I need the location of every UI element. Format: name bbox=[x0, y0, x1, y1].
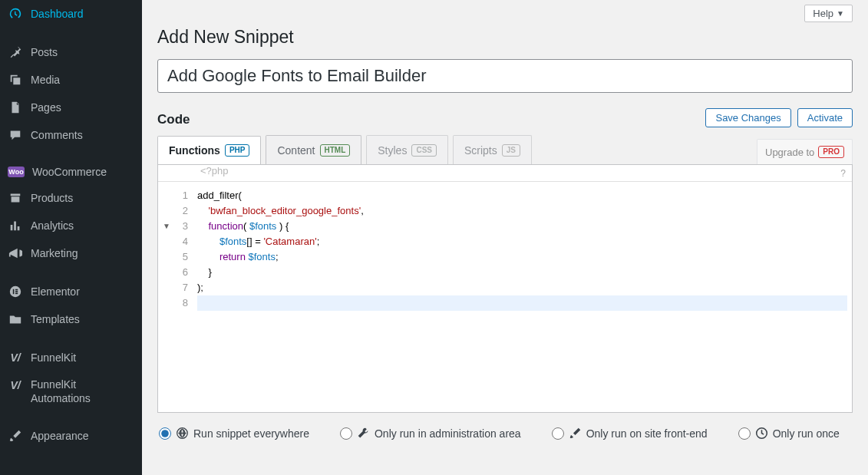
tab-label: Scripts bbox=[464, 144, 497, 157]
sidebar-item-label: Templates bbox=[31, 313, 80, 325]
chevron-down-icon: ▼ bbox=[837, 9, 844, 18]
sidebar-item-label: Dashboard bbox=[31, 8, 84, 20]
sidebar-item-dashboard[interactable]: Dashboard bbox=[0, 0, 142, 28]
option-label: Only run on site front-end bbox=[586, 427, 708, 440]
sidebar-item-label: Media bbox=[31, 74, 60, 86]
pro-tag: PRO bbox=[818, 146, 844, 158]
tab-scripts[interactable]: Scripts JS bbox=[453, 135, 532, 164]
funnelkit-automations-icon: V/ bbox=[8, 378, 23, 393]
archive-icon bbox=[8, 190, 23, 206]
radio-everywhere[interactable] bbox=[159, 427, 171, 440]
megaphone-icon bbox=[8, 246, 23, 261]
sidebar-item-label: Comments bbox=[31, 129, 83, 141]
sidebar-item-products[interactable]: Products bbox=[0, 184, 142, 212]
sidebar-item-media[interactable]: Media bbox=[0, 66, 142, 94]
main-content: Help ▼ Add New Snippet Code Save Changes… bbox=[142, 0, 868, 475]
sidebar-item-label: Pages bbox=[31, 101, 61, 114]
tab-functions[interactable]: Functions PHP bbox=[157, 136, 261, 165]
svg-rect-2 bbox=[15, 289, 18, 291]
line-number-gutter: ▼ 12345678 bbox=[158, 182, 193, 412]
sidebar-item-label: Analytics bbox=[31, 219, 74, 232]
globe-icon bbox=[176, 427, 189, 440]
gauge-icon bbox=[8, 6, 23, 21]
code-text-area[interactable]: add_filter( 'bwfan_block_editor_google_f… bbox=[193, 182, 852, 412]
run-option-admin[interactable]: Only run in administration area bbox=[340, 427, 521, 440]
sidebar-item-funnelkit-automations[interactable]: V/ FunnelKit Automations bbox=[0, 371, 142, 411]
media-icon bbox=[8, 72, 23, 87]
sidebar-item-label: Appearance bbox=[31, 430, 89, 442]
brush-icon bbox=[8, 428, 23, 444]
clock-icon bbox=[755, 427, 768, 440]
php-open-tag: <?php bbox=[200, 165, 229, 181]
tab-styles[interactable]: Styles CSS bbox=[366, 135, 448, 164]
elementor-icon bbox=[8, 284, 23, 299]
snippet-title-input[interactable] bbox=[157, 59, 853, 93]
folder-icon bbox=[8, 312, 23, 327]
page-title: Add New Snippet bbox=[157, 22, 853, 59]
funnelkit-icon: V/ bbox=[8, 350, 23, 365]
chart-icon bbox=[8, 218, 23, 233]
code-section-label: Code bbox=[157, 112, 190, 127]
sidebar-item-funnelkit[interactable]: V/ FunnelKit bbox=[0, 344, 142, 371]
sidebar-item-label: Marketing bbox=[31, 247, 78, 259]
sidebar-item-marketing[interactable]: Marketing bbox=[0, 239, 142, 267]
comment-icon bbox=[8, 127, 23, 143]
fold-marker-icon[interactable]: ▼ bbox=[163, 219, 170, 234]
sidebar-item-label: FunnelKit bbox=[31, 351, 76, 364]
tab-label: Functions bbox=[169, 144, 220, 157]
php-tag: PHP bbox=[225, 144, 250, 157]
sidebar-item-label: Products bbox=[31, 192, 73, 204]
svg-rect-3 bbox=[15, 291, 18, 292]
run-option-frontend[interactable]: Only run on site front-end bbox=[552, 427, 708, 440]
upgrade-label: Upgrade to bbox=[765, 147, 814, 158]
sidebar-item-label: Elementor bbox=[31, 285, 80, 298]
radio-frontend[interactable] bbox=[552, 427, 564, 440]
editor-help-icon[interactable]: ? bbox=[840, 168, 846, 179]
help-button[interactable]: Help ▼ bbox=[804, 5, 853, 22]
tab-content[interactable]: Content HTML bbox=[266, 135, 361, 164]
option-label: Only run in administration area bbox=[375, 427, 521, 440]
code-editor[interactable]: <?php ? ▼ 12345678 add_filter( 'bwfan_bl… bbox=[157, 164, 853, 413]
sidebar-item-elementor[interactable]: Elementor bbox=[0, 278, 142, 305]
save-changes-button[interactable]: Save Changes bbox=[705, 108, 790, 127]
run-option-once[interactable]: Only run once bbox=[738, 427, 840, 440]
js-tag: JS bbox=[502, 144, 520, 157]
run-scope-options: Run snippet everywhere Only run in admin… bbox=[157, 413, 853, 440]
run-option-everywhere[interactable]: Run snippet everywhere bbox=[159, 427, 309, 440]
woo-icon: Woo bbox=[8, 167, 25, 177]
sidebar-item-analytics[interactable]: Analytics bbox=[0, 212, 142, 239]
radio-admin[interactable] bbox=[340, 427, 352, 440]
option-label: Run snippet everywhere bbox=[193, 427, 309, 440]
pin-icon bbox=[8, 45, 23, 60]
tab-label: Content bbox=[277, 144, 315, 157]
upgrade-to-pro-link[interactable]: Upgrade to PRO bbox=[757, 139, 853, 164]
sidebar-item-posts[interactable]: Posts bbox=[0, 38, 142, 66]
radio-once[interactable] bbox=[738, 427, 751, 440]
sidebar-item-label: Posts bbox=[31, 46, 58, 58]
page-icon bbox=[8, 100, 23, 115]
paintbrush-icon bbox=[569, 427, 582, 440]
sidebar-item-woocommerce[interactable]: Woo WooCommerce bbox=[0, 160, 142, 184]
sidebar-item-appearance[interactable]: Appearance bbox=[0, 422, 142, 450]
sidebar-item-label: FunnelKit Automations bbox=[31, 378, 134, 405]
option-label: Only run once bbox=[773, 427, 840, 440]
admin-sidebar: Dashboard Posts Media Pages Comments Woo… bbox=[0, 0, 142, 475]
activate-button[interactable]: Activate bbox=[797, 108, 853, 127]
help-label: Help bbox=[813, 8, 833, 19]
sidebar-item-pages[interactable]: Pages bbox=[0, 94, 142, 121]
sidebar-item-templates[interactable]: Templates bbox=[0, 305, 142, 333]
svg-rect-4 bbox=[15, 293, 18, 295]
svg-rect-1 bbox=[13, 289, 15, 294]
sidebar-item-comments[interactable]: Comments bbox=[0, 121, 142, 149]
wrench-icon bbox=[357, 427, 370, 440]
sidebar-item-label: WooCommerce bbox=[32, 166, 107, 178]
html-tag: HTML bbox=[320, 144, 351, 157]
tab-label: Styles bbox=[378, 144, 407, 157]
css-tag: CSS bbox=[411, 144, 437, 157]
